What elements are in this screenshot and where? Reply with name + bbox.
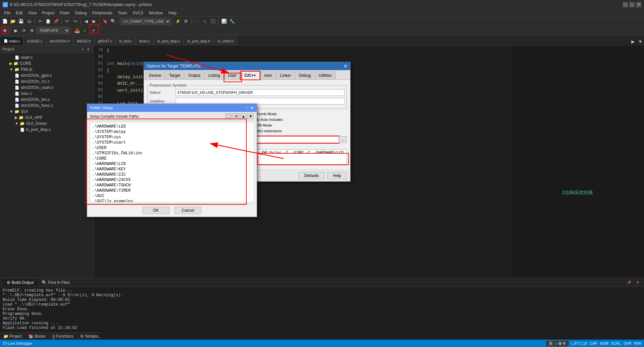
nav-tab-books[interactable]: 📚 Books (25, 333, 49, 339)
tab-gt9147-c[interactable]: gt9147.c (94, 36, 116, 45)
options-tab-debug[interactable]: Debug (295, 71, 314, 79)
folder-path-12[interactable]: .\HARDWARE\TOUCH (91, 183, 252, 188)
options-tab-target[interactable]: Target (166, 71, 184, 79)
folder-path-4[interactable]: .\SYSTEM\usart (91, 140, 252, 145)
paste-btn[interactable]: 📌 (52, 18, 60, 25)
sidebar-close-btn[interactable]: ✕ (86, 47, 90, 51)
template-select[interactable]: TEMPLATE (36, 27, 70, 34)
menu-debug[interactable]: Debug (72, 10, 89, 16)
build-btn[interactable]: ▶ (12, 27, 20, 34)
save-btn[interactable]: 💾 (17, 18, 25, 25)
tree-item-gui-app[interactable]: ▶ 📁 GUI_APP (0, 115, 93, 121)
folder-path-2[interactable]: .\SYSTEM\delay (91, 129, 252, 135)
navigate-back-btn[interactable]: ◀ (82, 18, 90, 25)
folder-path-7[interactable]: .\CORE (91, 156, 252, 161)
tree-item-fwlib[interactable]: ▼ 📁 FWLib (0, 66, 93, 72)
nav-tab-functions[interactable]: {} Functions (49, 333, 77, 339)
menu-file[interactable]: File (1, 10, 13, 16)
folder-cancel-btn[interactable]: Cancel (175, 207, 201, 214)
menu-edit[interactable]: Edit (13, 10, 25, 16)
batch-build-btn[interactable]: ⚙ (28, 27, 36, 34)
run-btn[interactable]: ● (193, 18, 201, 25)
options-tab-cpp[interactable]: C/C++ (241, 71, 260, 79)
incpath-browse-btn[interactable]: ... (339, 136, 347, 143)
redo-btn[interactable]: ↪ (71, 18, 79, 25)
menu-window[interactable]: Window (146, 10, 166, 16)
folder-list[interactable]: .\HARDWARE\LED .\SYSTEM\delay .\SYSTEM\s… (90, 122, 254, 202)
tree-item-usart2[interactable]: 📄 stm32f10x_usart.c (0, 84, 93, 91)
tab-timer-c[interactable]: timer.c (136, 36, 154, 45)
debug-btn[interactable]: ⬛ (209, 18, 217, 25)
lang-input-display[interactable]: 英·. ♪ ✿ ⚙ (546, 341, 569, 346)
minimize-button[interactable]: — (623, 2, 628, 7)
folder-dialog-close[interactable]: ✕ (250, 105, 254, 111)
bottom-panel-pin[interactable]: 📌 (625, 279, 633, 286)
sidebar-expand-btn[interactable]: + (80, 47, 85, 51)
tab-lv-chart-h[interactable]: lv_chart.h (214, 36, 237, 45)
rebuild-btn[interactable]: ⟳ (20, 27, 28, 34)
translate-btn[interactable]: ⚡ (174, 18, 182, 25)
folder-path-3[interactable]: .\SYSTEM\sys (91, 135, 252, 140)
tree-item-usart-c[interactable]: 📄 usart.c (0, 54, 93, 60)
options-dialog-close[interactable]: ✕ (344, 63, 348, 69)
folder-path-11[interactable]: .\HARDWARE\24CXX (91, 177, 252, 183)
options-tab-asm[interactable]: Asm (260, 71, 276, 79)
tab-ili9325-c[interactable]: ILI9325.c (23, 36, 46, 45)
load-btn[interactable]: 📥 (73, 27, 81, 34)
tab-stm32f10x-h[interactable]: stm32f10x.h (46, 36, 73, 45)
tab-lv-port-disp-h[interactable]: lv_port_disp.h (184, 36, 214, 45)
nav-tab-template[interactable]: ⚙ Templa... (77, 333, 104, 339)
tab-ili9325-h[interactable]: ili9325.h (73, 36, 94, 45)
misc-btn[interactable]: 🔧 (228, 18, 236, 25)
options-tab-output[interactable]: Output (185, 71, 204, 79)
options-tab-utilities[interactable]: Utilities (315, 71, 336, 79)
folder-path-6[interactable]: .\STM32F10x_FWLib\inc (91, 151, 252, 156)
tree-item-rcc[interactable]: 📄 stm32f10x_rcc.c (0, 78, 93, 84)
target-options-btn[interactable]: ⚙ (1, 27, 9, 34)
menu-flash[interactable]: Flash (57, 10, 72, 16)
bottom-tab-find[interactable]: 🔍 Find In Files (38, 279, 74, 286)
copy-btn[interactable]: 📋 (44, 18, 52, 25)
menu-help[interactable]: Help (166, 10, 179, 16)
tree-item-misc[interactable]: 📄 misc.c (0, 91, 93, 97)
menu-svcs[interactable]: SVCS (130, 10, 146, 16)
maximize-button[interactable]: □ (629, 2, 635, 7)
open-btn[interactable]: 📂 (9, 18, 17, 25)
folder-path-10[interactable]: .\HARDWARE\IIC (91, 172, 252, 177)
options-tab-listing[interactable]: Listing (205, 71, 224, 79)
folder-path-8[interactable]: .\HARDWARE\LCD (91, 161, 252, 167)
bottom-panel-close[interactable]: ✕ (634, 279, 641, 286)
options-tab-device[interactable]: Device (145, 71, 165, 79)
folder-delete-btn[interactable]: ✕ (233, 113, 239, 119)
folder-ok-btn[interactable]: OK (143, 207, 169, 214)
defaults-btn[interactable]: Defaults (298, 172, 325, 179)
folder-path-9[interactable]: .\HARDWARE\KEY (91, 167, 252, 172)
folder-path-5[interactable]: .\USER (91, 145, 252, 151)
menu-tools[interactable]: Tools (115, 10, 130, 16)
find-btn[interactable]: 🔍 (110, 18, 117, 25)
folder-path-15[interactable]: .\GUI\lv_examples (91, 199, 252, 202)
options-tab-user[interactable]: User (224, 71, 240, 79)
new-btn[interactable]: 📄 (1, 18, 9, 25)
cut-btn[interactable]: ✂ (36, 18, 44, 25)
folder-path-13[interactable]: .\HARDWARE\TIMER (91, 188, 252, 193)
tree-item-core[interactable]: ▶ 📁 CORE (0, 60, 93, 66)
folder-new-btn[interactable]: 📋 (225, 113, 232, 119)
undo-btn[interactable]: ↩ (63, 18, 71, 25)
goto-btn[interactable]: ↗ (89, 27, 97, 34)
tab-lv-port-disp-c[interactable]: lv_port_disp.c (154, 36, 184, 45)
tab-lv-led-c[interactable]: lv_led.c (116, 36, 136, 45)
tab-menu-btn[interactable]: ▼ (637, 38, 644, 45)
run2-btn[interactable]: ▶ (81, 27, 89, 34)
device-btn[interactable]: 📊 (220, 18, 228, 25)
tree-item-gpio[interactable]: 📄 stm32f10x_gpio.c (0, 72, 93, 78)
tree-item-fsmc[interactable]: 📄 stm32f10x_fsmc.c (0, 103, 93, 109)
help-btn[interactable]: Help (327, 172, 347, 179)
options-tab-linker[interactable]: Linker (276, 71, 295, 79)
settings-btn[interactable]: ⚙ (182, 18, 190, 25)
stop-btn[interactable]: ○ (201, 18, 209, 25)
bottom-tab-build[interactable]: ⚙ Build Output (3, 279, 38, 286)
tree-item-gui-drives[interactable]: ▼ 📁 GUI_Drives (0, 121, 93, 127)
navigate-fwd-btn[interactable]: ▶ (90, 18, 98, 25)
close-button[interactable]: ✕ (636, 2, 641, 7)
